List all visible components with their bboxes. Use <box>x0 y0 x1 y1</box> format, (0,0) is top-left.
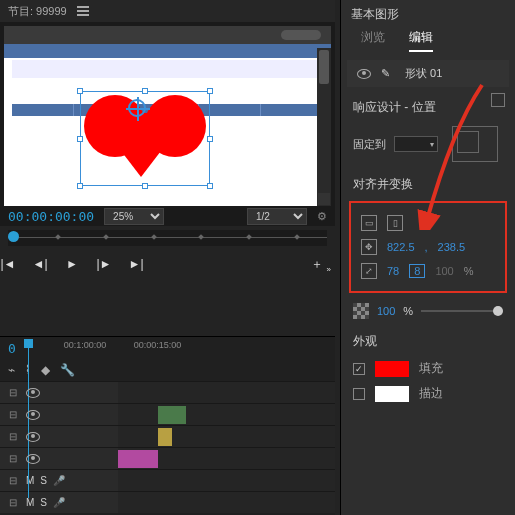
solo-button[interactable]: S <box>40 475 47 486</box>
preview-canvas[interactable] <box>4 26 331 206</box>
marker-icon[interactable]: ◆ <box>41 363 50 377</box>
position-icon: ✥ <box>361 239 377 255</box>
zoom-select[interactable]: 25% <box>104 208 164 225</box>
resize-handle[interactable] <box>207 183 213 189</box>
clip[interactable] <box>118 450 158 468</box>
layer-item[interactable]: ✎ 形状 01 <box>347 60 509 87</box>
timeline-ruler[interactable]: 00:1:00:00 00:00:15:00 <box>24 337 335 359</box>
tab-browse[interactable]: 浏览 <box>361 29 385 52</box>
resize-handle[interactable] <box>77 183 83 189</box>
position-y-field[interactable]: 238.5 <box>438 241 466 253</box>
selected-shape[interactable] <box>80 91 210 186</box>
timecode[interactable]: 00:00:00:00 <box>8 209 94 224</box>
track-toggle-icon: ⊟ <box>6 453 20 464</box>
video-track: ⊟ <box>0 381 335 403</box>
eye-icon[interactable] <box>26 432 40 442</box>
wrench-icon[interactable]: 🔧 <box>60 363 75 377</box>
scale-w-field[interactable]: 78 <box>387 265 399 277</box>
preview-scrollbar[interactable] <box>317 48 331 206</box>
responsive-section: 响应设计 - 位置 <box>341 89 515 122</box>
add-marker-button[interactable]: ＋ <box>309 256 325 272</box>
resize-handle[interactable] <box>207 88 213 94</box>
fill-checkbox[interactable]: ✓ <box>353 363 365 375</box>
stroke-label: 描边 <box>419 385 443 402</box>
panel-tabs: 浏览 编辑 <box>341 29 515 58</box>
track-toggle-icon: ⊟ <box>6 497 20 508</box>
ruler-mark: 00:1:00:00 <box>64 340 107 350</box>
play-button[interactable]: ► <box>64 256 80 272</box>
fill-label: 填充 <box>419 360 443 377</box>
panel-title: 基本图形 <box>341 0 515 29</box>
track-toggle-icon: ⊟ <box>6 409 20 420</box>
resize-handle[interactable] <box>207 136 213 142</box>
opacity-field[interactable]: 100 <box>377 305 395 317</box>
mute-button[interactable]: M <box>26 497 34 508</box>
step-forward-button[interactable]: |► <box>96 256 112 272</box>
video-track: ⊟ <box>0 425 335 447</box>
anchor-point-icon[interactable] <box>128 99 146 117</box>
scale-h-field[interactable]: 8 <box>409 264 425 278</box>
ruler-mark: 00:00:15:00 <box>134 340 182 350</box>
mic-icon[interactable]: 🎤 <box>53 475 65 486</box>
settings-icon[interactable]: ⚙ <box>317 210 327 223</box>
resize-handle[interactable] <box>77 88 83 94</box>
stroke-checkbox[interactable] <box>353 388 365 400</box>
eye-icon[interactable] <box>26 454 40 464</box>
playback-bar: 00:00:00:00 25% 1/2 ⚙ <box>0 206 335 226</box>
percent-label: % <box>403 305 413 317</box>
resize-corner-icon[interactable] <box>318 193 330 205</box>
time-ruler[interactable] <box>8 230 327 246</box>
essential-graphics-panel: 基本图形 浏览 编辑 ✎ 形状 01 响应设计 - 位置 固定到 ▾ 对齐并变换… <box>340 0 515 515</box>
align-vertical-icon[interactable]: ▯ <box>387 215 403 231</box>
opacity-slider[interactable] <box>421 310 503 312</box>
layer-name: 形状 01 <box>405 66 442 81</box>
scale-icon: ⤢ <box>361 263 377 279</box>
track-toggle-icon: ⊟ <box>6 475 20 486</box>
position-x-field[interactable]: 822.5 <box>387 241 415 253</box>
clip[interactable] <box>158 406 186 424</box>
responsive-heading: 响应设计 - 位置 <box>353 100 436 114</box>
program-monitor <box>0 22 335 206</box>
resize-handle[interactable] <box>142 183 148 189</box>
eye-icon[interactable] <box>26 388 40 398</box>
fill-swatch[interactable] <box>375 361 409 377</box>
eye-icon[interactable] <box>357 69 371 79</box>
scale-h-full: 100 <box>435 265 453 277</box>
pin-label: 固定到 <box>353 137 386 152</box>
mock-app-header <box>4 26 331 44</box>
timeline-playhead-icon[interactable] <box>24 339 33 348</box>
timeline-panel: 0 00:1:00:00 00:00:15:00 ⌁ ⌇ ◆ 🔧 ⊟ ⊟ ⊟ ⊟… <box>0 336 335 515</box>
tab-edit[interactable]: 编辑 <box>409 29 433 52</box>
mic-icon[interactable]: 🎤 <box>53 497 65 508</box>
menu-icon[interactable] <box>77 4 89 18</box>
step-back-button[interactable]: ◄| <box>32 256 48 272</box>
resolution-select[interactable]: 1/2 <box>247 208 307 225</box>
snap-icon[interactable]: ⌁ <box>8 363 15 377</box>
align-transform-group: ▭ ▯ ✥ 822.5 , 238.5 ⤢ 78 8 100 % <box>349 201 507 293</box>
eye-icon[interactable] <box>26 410 40 420</box>
pin-diagram-icon[interactable] <box>452 126 498 162</box>
align-horizontal-icon[interactable]: ▭ <box>361 215 377 231</box>
stroke-swatch[interactable] <box>375 386 409 402</box>
tracks: ⊟ ⊟ ⊟ ⊟ ⊟MS🎤 ⊟MS🎤 <box>0 381 335 513</box>
playhead-icon[interactable] <box>8 231 19 242</box>
pin-dropdown[interactable]: ▾ <box>394 136 438 152</box>
stroke-row: 描边 <box>353 381 503 406</box>
slider-knob[interactable] <box>493 306 503 316</box>
fill-row: ✓ 填充 <box>353 356 503 381</box>
clip[interactable] <box>158 428 172 446</box>
goto-next-button[interactable]: ►| <box>128 256 144 272</box>
timeline-timecode[interactable]: 0 <box>0 341 24 356</box>
align-heading: 对齐并变换 <box>341 166 515 197</box>
position-sep: , <box>425 241 428 253</box>
expand-icon[interactable] <box>491 93 505 107</box>
resize-handle[interactable] <box>142 88 148 94</box>
track-toggle-icon: ⊟ <box>6 387 20 398</box>
transport-controls: |◄ ◄| ► |► ►| ＋ <box>0 246 335 282</box>
opacity-icon <box>353 303 369 319</box>
timeline-tools: ⌁ ⌇ ◆ 🔧 <box>0 359 335 381</box>
resize-handle[interactable] <box>77 136 83 142</box>
goto-prev-button[interactable]: |◄ <box>0 256 16 272</box>
solo-button[interactable]: S <box>40 497 47 508</box>
appearance-heading: 外观 <box>353 333 503 356</box>
